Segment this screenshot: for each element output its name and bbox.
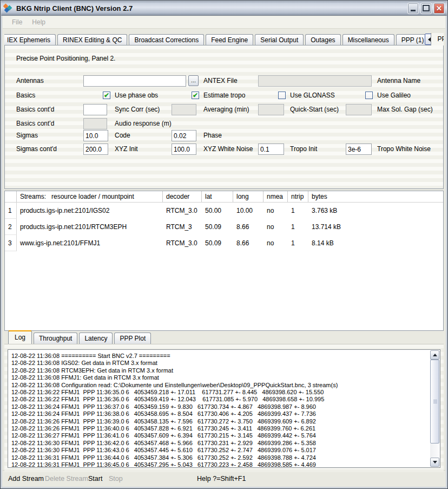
tab-log[interactable]: Log (8, 330, 32, 344)
close-button[interactable]: ✕ (433, 3, 445, 14)
quick-start-label: Quick-Start (sec) (290, 104, 339, 115)
tab-latency[interactable]: Latency (79, 332, 113, 344)
arrow-down-icon (433, 461, 437, 464)
maximize-icon (423, 5, 430, 11)
log-scrollbar[interactable] (430, 350, 439, 467)
nmea-cell: no (263, 203, 288, 219)
streams-table: Streams: resource loader / mountpoint de… (4, 191, 444, 331)
ppp2-panel: Precise Point Positioning, Panel 2. Ante… (4, 45, 444, 189)
table-row[interactable]: 1 products.igs-ip.net:2101/IGS02 RTCM_3.… (5, 203, 443, 219)
sync-corr-label: Sync Corr (sec) (115, 104, 160, 115)
xyz-white-noise-input[interactable] (172, 144, 196, 155)
lat-cell: 50.09 (202, 235, 233, 251)
use-glonass-checkbox[interactable] (278, 92, 286, 99)
basics-contd2-label: Basics cont'd (16, 118, 54, 129)
log-line: 12-08-22 11:36:26 FFMJ1 PPP 11:36:40.0 6… (11, 425, 430, 432)
ntrip-cell: 1 (288, 203, 308, 219)
bytes-cell: 13.714 kB (308, 219, 443, 235)
header-lat: lat (202, 191, 233, 202)
tab-outages[interactable]: Outages (305, 34, 340, 45)
tropo-white-noise-label: Tropo White Noise (377, 144, 431, 154)
sigma-code-input[interactable] (83, 130, 108, 141)
tab-feed-engine[interactable]: Feed Engine (206, 34, 253, 45)
header-long: long (233, 191, 263, 202)
antex-file-input (258, 75, 372, 87)
basics-contd-label: Basics cont'd (16, 104, 54, 115)
minimize-button[interactable] (407, 3, 419, 14)
sigma-code-label: Code (115, 130, 130, 141)
use-glonass-label: Use GLONASS (290, 90, 335, 101)
xyz-init-input[interactable] (83, 144, 108, 155)
tab-miscellaneous[interactable]: Miscellaneous (342, 34, 394, 45)
streams-table-header: Streams: resource loader / mountpoint de… (5, 191, 443, 203)
long-cell: 8.66 (233, 235, 263, 251)
tab-serial-output[interactable]: Serial Output (255, 34, 304, 45)
averaging-label: Averaging (min) (203, 104, 249, 115)
tab-ppp-2[interactable]: PPP (2) (431, 33, 444, 45)
tab-rinex-editing-qc[interactable]: RINEX Editing & QC (57, 34, 127, 45)
ntrip-cell: 1 (288, 235, 308, 251)
header-mountpoint: Streams: resource loader / mountpoint (17, 191, 163, 202)
use-galileo-checkbox[interactable] (365, 92, 373, 99)
ntrip-cell: 1 (288, 219, 308, 235)
tab-throughput[interactable]: Throughput (34, 332, 77, 344)
tropo-white-noise-input[interactable] (346, 144, 372, 155)
sync-corr-input[interactable] (83, 104, 107, 115)
tab-broadcast-corrections[interactable]: Broadcast Corrections (129, 34, 204, 45)
nmea-cell: no (263, 219, 288, 235)
log-line: 12-08-22 11:36:26 FFMJ1 PPP 11:36:39.0 6… (11, 418, 430, 425)
row-number: 2 (5, 219, 17, 235)
tab-ppp-plot[interactable]: PPP Plot (114, 332, 151, 344)
estimate-tropo-label: Estimate tropo (203, 90, 245, 101)
antennas-input[interactable] (83, 75, 186, 87)
window-title: BKG Ntrip Client (BNC) Version 2.7 (16, 4, 406, 12)
estimate-tropo-checkbox[interactable] (192, 92, 199, 99)
use-phase-obs-checkbox[interactable] (103, 92, 110, 99)
max-sol-gap-input (346, 104, 372, 115)
log-line: 12-08-22 11:36:24 FFMJ1 PPP 11:36:37.0 6… (11, 403, 430, 410)
scrollbar-thumb[interactable] (430, 360, 439, 444)
antennas-label: Antennas (16, 75, 44, 86)
app-icon (3, 4, 14, 13)
tab-rinex-ephemeris[interactable]: IEX Ephemeris (4, 34, 56, 45)
title-bar[interactable]: BKG Ntrip Client (BNC) Version 2.7 ✕ (1, 1, 447, 16)
table-row[interactable]: 3 www.igs-ip.net:2101/FFMJ1 RTCM_3.0 50.… (5, 235, 443, 251)
antex-browse-button[interactable]: ... (188, 75, 199, 86)
delete-stream-button: Delete Stream (45, 471, 88, 487)
scroll-down-button[interactable] (430, 458, 439, 467)
start-button[interactable]: Start (88, 471, 102, 487)
log-line: 12-08-22 11:36:27 FFMJ1 PPP 11:36:41.0 6… (11, 432, 430, 439)
header-number (5, 191, 17, 202)
audio-response-input (83, 118, 107, 129)
log-line: 12-08-22 11:36:22 FFMJ1 PPP 11:36:35.0 6… (11, 389, 430, 396)
log-line: 12-08-22 11:36:31 FFMJ1 PPP 11:36:45.0 6… (11, 461, 430, 467)
row-number: 3 (5, 235, 17, 251)
bytes-cell: 3.763 kB (308, 203, 443, 219)
scroll-up-button[interactable] (430, 350, 439, 360)
xyz-init-label: XYZ Init (115, 144, 138, 154)
log-line: 12-08-22 11:36:08 RTCM3EPH: Get data in … (11, 367, 430, 374)
log-output: 12-08-22 11:36:08 ========== Start BNC v… (9, 350, 430, 467)
lat-cell: 50.09 (202, 219, 233, 235)
help-hint: Help ?=Shift+F1 (197, 471, 246, 487)
maximize-button[interactable] (420, 3, 432, 14)
stop-button: Stop (109, 471, 123, 487)
lat-cell: 50.00 (202, 203, 233, 219)
close-icon: ✕ (436, 5, 442, 12)
sigma-phase-input[interactable] (172, 130, 196, 141)
streams-table-body: 1 products.igs-ip.net:2101/IGS02 RTCM_3.… (5, 203, 443, 251)
menu-help[interactable]: Help (27, 17, 50, 27)
add-stream-button[interactable]: Add Stream (8, 471, 44, 487)
row-number: 1 (5, 203, 17, 219)
app-window: BKG Ntrip Client (BNC) Version 2.7 ✕ Fil… (0, 0, 448, 489)
tropo-init-input[interactable] (258, 144, 284, 155)
table-row[interactable]: 2 products.igs-ip.net:2101/RTCM3EPH RTCM… (5, 219, 443, 235)
sigmas-label: Sigmas (16, 130, 38, 141)
decoder-cell: RTCM_3.0 (163, 235, 202, 251)
audio-response-label: Audio response (m) (115, 118, 172, 129)
menu-file[interactable]: File (7, 17, 27, 27)
decoder-cell: RTCM_3 (163, 219, 202, 235)
sigma-phase-label: Phase (203, 130, 222, 141)
log-line: 12-08-22 11:36:30 FFMJ1 PPP 11:36:42.0 6… (11, 440, 430, 447)
log-panel: 12-08-22 11:36:08 ========== Start BNC v… (4, 344, 444, 472)
